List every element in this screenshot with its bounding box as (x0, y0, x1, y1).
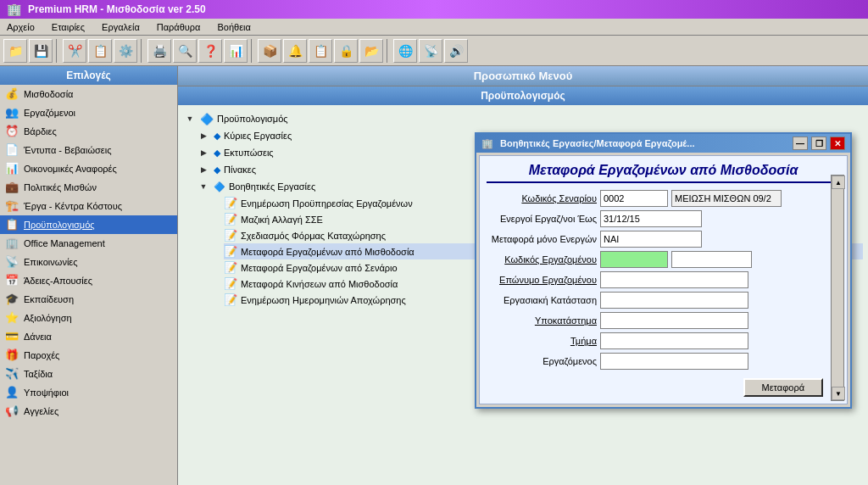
sidebar-item-ekpaideusi[interactable]: 🎓 Εκπαίδευση (0, 290, 177, 309)
sidebar-item-politikes[interactable]: 💼 Πολιτικές Μισθών (0, 178, 177, 197)
sidebar-item-taxidia[interactable]: ✈️ Ταξίδια (0, 365, 177, 383)
input-tmima[interactable] (600, 332, 748, 349)
input-kodikos-senariou[interactable] (600, 190, 668, 207)
dialog-titlebar: 🏢 Βοηθητικές Εργασίες/Μεταφορά Εργαζομέ.… (476, 134, 850, 153)
tree-enimerwsi-imero-label: Ενημέρωση Ημερομηνιών Αποχώρησης (241, 295, 406, 305)
app-title: Premium HRM - Μισθοδοσία ver 2.50 (28, 3, 206, 15)
sidebar-label-paroxes: Παροχές (24, 350, 59, 360)
field-ypokatastima: Υποκατάστημα (487, 312, 840, 329)
dialog-minimize-button[interactable]: — (793, 137, 808, 150)
kyries-expander[interactable]: ▶ (197, 129, 210, 142)
toolbar-btn-1[interactable]: 📦 (258, 39, 281, 63)
tree-root[interactable]: ▼ 🔷 Προϋπολογισμός (183, 110, 863, 127)
toolbar-btn-print[interactable]: 🖨️ (147, 39, 171, 63)
oikonomikes-icon: 📊 (5, 162, 19, 176)
voithitikes-expander[interactable]: ▼ (197, 180, 210, 193)
menu-item-ergaleia[interactable]: Εργαλεία (98, 20, 143, 34)
sidebar-item-axiologisi[interactable]: ⭐ Αξιολόγηση (0, 309, 177, 327)
scroll-thumb[interactable] (832, 189, 843, 387)
toolbar: 📁 💾 ✂️ 📋 ⚙️ 🖨️ 🔍 ❓ 📊 📦 🔔 📋 🔒 📂 🌐 📡 🔊 (0, 36, 868, 66)
field-kodikos-senariou: Κωδικός Σεναρίου (487, 190, 840, 207)
toolbar-btn-4[interactable]: 🔒 (334, 39, 358, 63)
sidebar-item-adeies[interactable]: 📅 Άδειες-Απουσίες (0, 271, 177, 290)
menu-item-parathyra[interactable]: Παράθυρα (153, 20, 204, 34)
label-metafora-energwn: Μεταφορά μόνο Ενεργών (487, 234, 597, 244)
menu-item-arxeio[interactable]: Αρχείο (3, 20, 38, 34)
toolbar-btn-cut[interactable]: ✂️ (63, 39, 86, 63)
taxidia-icon: ✈️ (5, 367, 19, 381)
root-expander[interactable]: ▼ (183, 112, 197, 125)
tree-header: Προϋπολογισμός (178, 86, 868, 105)
dialog-scrollbar[interactable]: ▲ ▼ (831, 175, 844, 401)
toolbar-btn-save[interactable]: 💾 (29, 39, 53, 63)
ektyposeis-expander[interactable]: ▶ (197, 146, 210, 159)
sidebar-item-ypopsifioi[interactable]: 👤 Υποψήφιοι (0, 383, 177, 402)
field-kodikos-ergazomenou: Κωδικός Εργαζομένου (487, 251, 840, 268)
field-tmima: Τμήμα (487, 332, 840, 349)
sidebar-header: Επιλογές (0, 66, 177, 85)
voithitikes-icon: 🔷 (214, 181, 225, 192)
scroll-down-arrow[interactable]: ▼ (832, 387, 845, 400)
sidebar-item-epikoinonies[interactable]: 📡 Επικοινωνίες (0, 253, 177, 271)
label-tmima: Τμήμα (487, 336, 597, 346)
sidebar-item-oikonomikes[interactable]: 📊 Οικονομικές Αναφορές (0, 159, 177, 178)
toolbar-btn-copy[interactable]: 📋 (88, 39, 112, 63)
input-kodikos-senariou-desc[interactable] (671, 190, 782, 207)
input-ypokatastima[interactable] (600, 312, 748, 329)
toolbar-btn-6[interactable]: 🌐 (393, 39, 417, 63)
sidebar-item-dania[interactable]: 💳 Δάνεια (0, 327, 177, 346)
sidebar: Επιλογές 💰 Μισθοδοσία 👥 Εργαζόμενοι ⏰ Βά… (0, 66, 178, 485)
sidebar-item-prouypologismos[interactable]: 📋 Προϋπολογισμός (0, 215, 177, 234)
file-icon-2: 📝 (224, 213, 237, 226)
menu-item-etairies[interactable]: Εταιρίες (48, 20, 88, 34)
input-energoi-eos[interactable] (600, 210, 702, 227)
dialog-restore-button[interactable]: ❐ (811, 137, 826, 150)
toolbar-btn-rss[interactable]: 📡 (419, 39, 442, 63)
menu-item-voitheia[interactable]: Βοήθεια (214, 20, 253, 34)
toolbar-btn-3[interactable]: 📋 (309, 39, 332, 63)
label-ergazomenos: Εργαζόμενος (487, 356, 597, 366)
sidebar-item-office[interactable]: 🏢 Office Management (0, 234, 177, 253)
ergazomenoi-icon: 👥 (5, 106, 19, 120)
transfer-button[interactable]: Μεταφορά (743, 378, 823, 397)
toolbar-btn-help[interactable]: ❓ (198, 39, 222, 63)
field-eponymo: Επώνυμο Εργαζομένου (487, 271, 840, 288)
sidebar-item-aggelies[interactable]: 📢 Αγγελίες (0, 402, 177, 421)
sidebar-item-erga[interactable]: 🏗️ Έργα - Κέντρα Κόστους (0, 197, 177, 215)
button-row: Μεταφορά (487, 375, 840, 397)
root-folder-icon: 🔷 (200, 113, 214, 125)
label-kodikos-senariou: Κωδικός Σεναρίου (487, 193, 597, 203)
sidebar-item-entypa[interactable]: 📄 Έντυπα - Βεβαιώσεις (0, 141, 177, 159)
pinakes-expander[interactable]: ▶ (197, 163, 210, 176)
toolbar-btn-sound[interactable]: 🔊 (444, 39, 468, 63)
input-eponymo[interactable] (600, 271, 748, 288)
toolbar-btn-5[interactable]: 📂 (359, 39, 383, 63)
file-icon-3: 📝 (224, 229, 237, 242)
ypopsifioi-icon: 👤 (5, 386, 19, 399)
input-kodikos-ergazomenou[interactable] (600, 251, 668, 268)
sidebar-label-erga: Έργα - Κέντρα Κόστους (24, 201, 122, 211)
input-metafora-energwn[interactable] (600, 231, 702, 248)
scroll-up-arrow[interactable]: ▲ (832, 176, 845, 189)
input-kodikos-ergazomenou-extra[interactable] (671, 251, 752, 268)
sidebar-item-vardies[interactable]: ⏰ Βάρδιες (0, 122, 177, 141)
toolbar-btn-2[interactable]: 🔔 (283, 39, 307, 63)
input-ergazomenos[interactable] (600, 353, 748, 370)
sidebar-label-ekpaideusi: Εκπαίδευση (24, 294, 74, 304)
dialog-close-button[interactable]: ✕ (830, 137, 845, 150)
erga-icon: 🏗️ (5, 199, 19, 213)
input-ergasiaki[interactable] (600, 292, 748, 309)
file-icon-7: 📝 (224, 293, 237, 306)
title-bar: 🏢 Premium HRM - Μισθοδοσία ver 2.50 (0, 0, 868, 19)
sidebar-label-ergazomenoi: Εργαζόμενοι (24, 108, 75, 118)
dania-icon: 💳 (5, 330, 19, 343)
tree-pinakes-label: Πίνακες (224, 164, 256, 175)
toolbar-btn-chart[interactable]: 📊 (224, 39, 248, 63)
sidebar-item-ergazomenoi[interactable]: 👥 Εργαζόμενοι (0, 103, 177, 122)
toolbar-btn-search[interactable]: 🔍 (173, 39, 197, 63)
toolbar-btn-open[interactable]: 📁 (3, 39, 27, 63)
sidebar-item-paroxes[interactable]: 🎁 Παροχές (0, 346, 177, 365)
tree-metafora-misth-label: Μεταφορά Εργαζομένων από Μισθοδοσία (241, 247, 415, 257)
sidebar-item-misthodosia[interactable]: 💰 Μισθοδοσία (0, 85, 177, 103)
toolbar-btn-settings[interactable]: ⚙️ (114, 39, 137, 63)
